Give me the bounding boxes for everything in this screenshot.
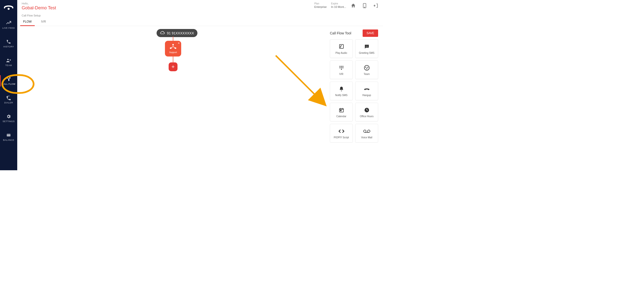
svg-point-12: [366, 46, 367, 46]
account-name: Gobal-Demo Test: [22, 5, 56, 10]
team-flow-icon: [169, 44, 177, 51]
svg-point-6: [364, 7, 365, 8]
tool-label: Greeting SMS: [359, 52, 374, 54]
sidebar-item-dialer[interactable]: SIP DIALER: [0, 92, 17, 107]
cloud-icon: [160, 31, 165, 35]
clock-icon: [363, 107, 370, 114]
hello-text: Hello,: [22, 2, 56, 5]
sidebar-item-call-flow[interactable]: CALL FLOW: [0, 74, 17, 88]
tool-label: Team: [364, 73, 370, 75]
tab-flow[interactable]: FLOW: [22, 18, 33, 26]
tool-label: Voice Mail: [361, 136, 372, 139]
tool-calendar[interactable]: Calendar: [330, 103, 353, 121]
tool-label: Office Hours: [360, 115, 374, 118]
svg-point-17: [340, 67, 340, 68]
tool-panel: Call Flow Tool SAVE Play Audio Greeting …: [330, 29, 378, 142]
sidebar-item-history[interactable]: HISTORY: [0, 36, 17, 51]
chat-icon: [363, 43, 370, 50]
sidebar-item-team[interactable]: TEAM: [0, 55, 17, 69]
sip-phone-icon: SIP: [6, 95, 11, 101]
svg-text:SIP: SIP: [8, 95, 10, 97]
svg-point-1: [8, 59, 9, 60]
gear-icon: [6, 114, 11, 119]
tool-greeting-sms[interactable]: Greeting SMS: [355, 39, 378, 58]
svg-point-19: [342, 67, 344, 68]
tool-label: Notify SMS: [335, 94, 347, 97]
section-title: Call Flow Setup: [17, 10, 383, 17]
svg-rect-26: [340, 110, 341, 111]
tool-label: IVR: [339, 73, 344, 75]
tool-voice-mail[interactable]: Voice Mail: [355, 124, 378, 142]
svg-line-30: [276, 55, 322, 102]
expire-meta: Expire In 10 Mont...: [331, 2, 346, 8]
svg-point-22: [365, 67, 366, 68]
tool-play-audio[interactable]: Play Audio: [330, 39, 353, 58]
account-block: Hello, Gobal-Demo Test: [22, 2, 56, 10]
svg-point-23: [367, 67, 368, 68]
tool-ivr[interactable]: IVR: [330, 60, 353, 79]
phone-icon: [6, 39, 11, 44]
hangup-icon: [363, 86, 370, 92]
app-logo: [0, 2, 17, 13]
tool-label: Hangup: [362, 94, 371, 97]
tool-label: Calendar: [336, 115, 346, 118]
team-add-icon: [6, 58, 11, 63]
support-node[interactable]: ✕ Support: [165, 41, 181, 56]
tool-notify-sms[interactable]: Notify SMS: [330, 82, 353, 100]
sidebar-item-label: CALL FLOW: [2, 83, 15, 85]
svg-point-11: [366, 46, 366, 46]
sidebar-item-live-feed[interactable]: LIVE FEED: [0, 18, 17, 32]
tool-piopiy-script[interactable]: PIOPIY Script: [330, 124, 353, 142]
tab-ivr[interactable]: IVR: [40, 18, 48, 26]
svg-point-7: [172, 44, 174, 45]
sidebar-item-label: TEAM: [5, 64, 12, 67]
phone-number-text: 91 91XXXXXXXX: [167, 31, 194, 35]
plan-value: Enterprise: [314, 5, 327, 8]
logout-icon[interactable]: [373, 3, 378, 8]
voicemail-icon: [363, 128, 370, 135]
sidebar-item-settings[interactable]: SETTINGS: [0, 111, 17, 125]
svg-point-24: [366, 68, 367, 69]
sidebar-item-balance[interactable]: BALANCE: [0, 130, 17, 144]
calendar-icon: [338, 107, 345, 114]
music-note-icon: [338, 43, 345, 50]
phone-number-node[interactable]: 91 91XXXXXXXX: [156, 29, 198, 37]
team-icon: [363, 64, 370, 71]
tabs: FLOW IVR: [17, 17, 383, 26]
header: Hello, Gobal-Demo Test Plan Enterprise E…: [17, 0, 383, 10]
mobile-icon[interactable]: [362, 3, 367, 8]
plan-meta: Plan Enterprise: [314, 2, 327, 8]
support-node-label: Support: [169, 51, 177, 54]
svg-point-0: [8, 8, 10, 10]
sidebar-item-label: HISTORY: [3, 45, 14, 48]
expire-label: Expire: [331, 2, 346, 5]
svg-point-18: [341, 67, 342, 68]
tool-office-hours[interactable]: Office Hours: [355, 103, 378, 121]
sidebar: LIVE FEED HISTORY TEAM CALL FLOW SIP DIA…: [0, 0, 17, 170]
tool-panel-title: Call Flow Tool: [330, 31, 351, 35]
sidebar-item-label: LIVE FEED: [2, 27, 15, 29]
save-button[interactable]: SAVE: [362, 29, 378, 37]
add-node-button[interactable]: +: [169, 62, 178, 71]
code-icon: [338, 128, 345, 135]
home-icon[interactable]: [350, 3, 356, 8]
close-icon[interactable]: ✕: [178, 42, 180, 44]
svg-rect-10: [340, 44, 344, 48]
bell-icon: [338, 86, 345, 92]
svg-point-14: [340, 66, 340, 67]
tool-hangup[interactable]: Hangup: [355, 82, 378, 100]
svg-point-16: [342, 66, 344, 67]
svg-point-28: [364, 130, 366, 133]
dialpad-icon: [338, 64, 345, 71]
plan-label: Plan: [314, 2, 327, 5]
trend-icon: [6, 20, 11, 26]
svg-point-20: [341, 69, 342, 70]
tool-team[interactable]: Team: [355, 60, 378, 79]
svg-point-13: [367, 46, 368, 46]
tool-label: PIOPIY Script: [334, 136, 349, 139]
main-content: Hello, Gobal-Demo Test Plan Enterprise E…: [17, 0, 383, 170]
flow-canvas[interactable]: 91 91XXXXXXXX ✕ Support + Call Flow Tool…: [17, 26, 383, 170]
svg-point-29: [368, 130, 370, 133]
svg-point-15: [341, 66, 342, 67]
flow-connector: [173, 56, 173, 62]
